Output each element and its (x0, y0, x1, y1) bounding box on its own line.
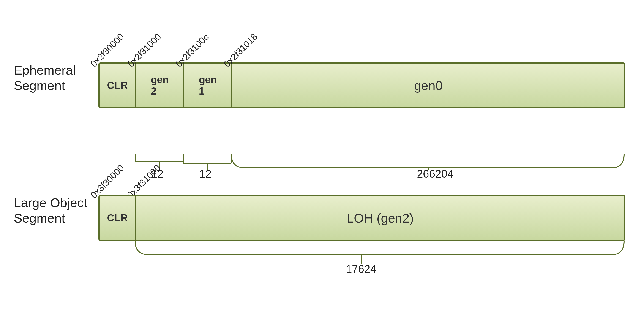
ephemeral-bar: CLR gen2 gen1 gen0 (98, 62, 625, 108)
gen2-label: gen2 (151, 74, 168, 97)
loh-main-section: LOH (gen2) (136, 196, 624, 240)
loh-main-label: LOH (gen2) (347, 211, 414, 226)
eph-connectors (98, 108, 625, 173)
loh-label-line2: Segment (14, 211, 65, 225)
loh-addr-1: 0x3f31000 (125, 163, 162, 200)
loh-size-label: 17624 (346, 263, 376, 275)
gen0-size-label: 266204 (417, 168, 454, 180)
loh-bar: CLR LOH (gen2) (98, 195, 625, 241)
gen0-section: gen0 (232, 64, 624, 107)
loh-label-line1: Large Object (14, 196, 87, 210)
ephemeral-label-line2: Segment (14, 78, 65, 93)
gen0-label: gen0 (414, 78, 443, 93)
loh-addr-0: 0x3f30000 (88, 163, 126, 200)
gen1-section: gen1 (184, 64, 232, 107)
ephemeral-label: Ephemeral Segment (14, 62, 87, 93)
loh-clr-label: CLR (107, 212, 128, 224)
ephemeral-label-line1: Ephemeral (14, 63, 76, 77)
clr-section: CLR (100, 64, 136, 107)
gen1-size-label: 12 (199, 168, 212, 180)
gen1-label: gen1 (199, 74, 217, 97)
gen2-section: gen2 (136, 64, 184, 107)
loh-segment-label: Large Object Segment (14, 195, 87, 226)
clr-label: CLR (107, 80, 128, 91)
loh-clr-section: CLR (100, 196, 136, 240)
diagram-container: Ephemeral Segment CLR gen2 gen1 gen0 0x2… (0, 0, 644, 326)
